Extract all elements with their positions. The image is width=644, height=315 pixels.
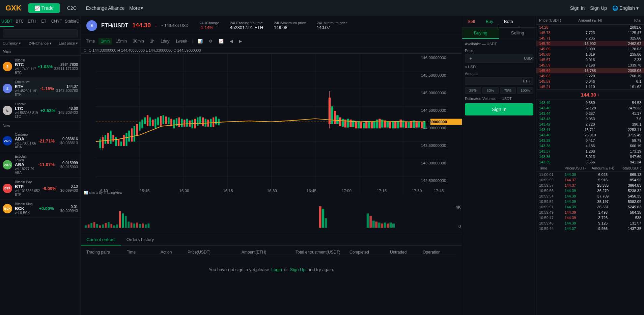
svg-rect-87 xyxy=(360,122,362,129)
coin-item-eth[interactable]: Ξ Ethereum ETH vol.452301.191 ETH -1.15%… xyxy=(0,78,81,100)
time-btn[interactable]: Time xyxy=(84,38,97,45)
pct-75[interactable]: 75% xyxy=(500,87,516,94)
interval-1min[interactable]: 1min xyxy=(99,38,112,45)
chart-prev-btn[interactable]: ◀ xyxy=(227,38,235,45)
col-currency[interactable]: Currency ▾ xyxy=(3,41,28,46)
sidebar-tab-usdt[interactable]: USDT xyxy=(0,16,14,27)
price-unit: USDT xyxy=(524,56,534,60)
svg-rect-104 xyxy=(405,121,407,128)
login-link[interactable]: Login xyxy=(271,267,282,272)
btp-change: -9.09% xyxy=(40,186,59,191)
btc-price: 3934.7800 $3911.171320 xyxy=(54,62,78,71)
selling-btn[interactable]: Selling xyxy=(499,28,536,39)
main-layout: USDT BTC ETH ET CNYT StableC Currency ▾ … xyxy=(0,16,644,315)
interval-1week[interactable]: 1week xyxy=(173,38,190,45)
buying-btn[interactable]: Buying xyxy=(462,28,499,39)
svg-rect-68 xyxy=(205,119,206,127)
search-input[interactable] xyxy=(3,29,78,37)
svg-rect-150 xyxy=(325,218,327,228)
svg-rect-43 xyxy=(139,122,140,131)
trade-history-rows: 11:00:01 144.30 6.023 869.12 10:59:59 14… xyxy=(536,172,644,315)
svg-text:16:15: 16:15 xyxy=(223,188,233,193)
coin-item-aba[interactable]: ABA EcoBall Token ABA vol.18277.29 ABA -… xyxy=(0,152,81,178)
svg-text:17:30: 17:30 xyxy=(412,188,422,193)
interval-1day[interactable]: 1day xyxy=(158,38,172,45)
col-change[interactable]: 24HChange ▾ xyxy=(28,41,53,46)
stat-volume: 24HTrading Volume 452301.191 ETH xyxy=(230,21,263,30)
chevron-down-icon: ▾ xyxy=(141,5,143,11)
trade-row: 10:59:57 144.37 25.385 3664.83 xyxy=(536,183,644,188)
amount-input-wrap: ETH xyxy=(465,77,533,85)
ob-bid-row: 143.42 2.720 390.1 xyxy=(536,122,644,127)
ob-ask-row: 14.28 2081.6 xyxy=(536,25,644,30)
interval-15min[interactable]: 15min xyxy=(113,38,129,45)
sell-tab[interactable]: Sell xyxy=(462,16,480,27)
bck-change: +0.00% xyxy=(36,206,57,211)
svg-rect-47 xyxy=(149,117,151,126)
col-price[interactable]: Last price ▾ xyxy=(53,41,78,46)
volume-svg: 4K 0 xyxy=(81,198,462,234)
chart-indicators-btn[interactable]: 📈 xyxy=(216,38,226,45)
nav-c2c[interactable]: C2C xyxy=(62,3,81,13)
svg-text:17:00: 17:00 xyxy=(342,188,352,193)
nav-more[interactable]: More ▾ xyxy=(129,5,143,11)
pct-50[interactable]: 50% xyxy=(482,87,499,94)
nav-exchange-alliance[interactable]: Exchange Alliance xyxy=(81,3,129,13)
sidebar-tab-btc[interactable]: BTC xyxy=(14,16,26,27)
sign-up-link[interactable]: Sign Up xyxy=(590,5,607,11)
svg-rect-128 xyxy=(93,222,95,228)
globe-icon: 🌐 xyxy=(612,5,618,11)
ob-bid-row: 143.48 52.128 7479.33 xyxy=(536,105,644,111)
coin-item-btc[interactable]: ₿ Bitcoin BTC vol.17400.117 BTC +1.03% 3… xyxy=(0,56,81,78)
sidebar-tab-eth[interactable]: ETH xyxy=(26,16,38,27)
price-input[interactable] xyxy=(473,56,524,61)
price-minus[interactable]: + xyxy=(468,56,473,61)
svg-rect-59 xyxy=(181,119,183,127)
coin-item-bck[interactable]: BCK Bitcoin King BCK vol.0 BCK +0.00% 0.… xyxy=(0,200,81,218)
chart-ohlc-indicator: □ xyxy=(84,48,86,52)
amount-input[interactable] xyxy=(468,79,523,83)
sign-in-button[interactable]: Sign In xyxy=(465,103,533,115)
chart-header: Ξ ETH/USDT 144.30 ↓ ≈ 143.434 USD 24HCha… xyxy=(81,16,462,35)
coin-item-ltc[interactable]: Ł Litecoin LTC vol.563068.819 LTC +2.52%… xyxy=(0,100,81,122)
buy-tab[interactable]: Buy xyxy=(480,16,499,27)
ob-ask-row-highlighted2: 145.64 13.788 2008.08 xyxy=(536,68,644,73)
ob-ask-row: 145.21 1.110 161.62 xyxy=(536,84,644,89)
svg-rect-96 xyxy=(384,121,386,128)
tab-current-entrust[interactable]: Current entrust xyxy=(81,234,121,245)
ob-ask-row: 145.69 8.090 1178.63 xyxy=(536,46,644,52)
chart-type-btn[interactable]: 📊 xyxy=(195,38,205,45)
sidebar-tab-et[interactable]: ET xyxy=(38,16,50,27)
svg-rect-38 xyxy=(125,133,127,146)
pct-25[interactable]: 25% xyxy=(465,87,481,94)
ob-ask-row: 145.63 5.220 760.19 xyxy=(536,73,644,79)
sell-buy-toggle: Sell Buy Both xyxy=(462,16,536,28)
btp-info: Bitcoin Pay BTP vol.1315662.052 BTP xyxy=(15,180,40,196)
coin-item-ada[interactable]: ADA Cardano ADA vol.170081.86 ADA -21.71… xyxy=(0,130,81,152)
svg-rect-122 xyxy=(81,202,462,230)
bottom-table-header: Trading pairs Time Action Price(USDT) Am… xyxy=(86,248,456,256)
sidebar-tab-stablec[interactable]: StableC xyxy=(63,16,81,27)
signup-link[interactable]: Sign Up xyxy=(290,267,305,272)
both-tab[interactable]: Both xyxy=(499,16,519,27)
sidebar-tab-cnyt[interactable]: CNYT xyxy=(50,16,64,27)
trade-icon: 📈 xyxy=(34,5,40,11)
svg-rect-152 xyxy=(369,216,372,228)
chart-next-btn[interactable]: ▶ xyxy=(236,38,244,45)
svg-rect-153 xyxy=(372,221,375,228)
tab-orders-history[interactable]: Orders history xyxy=(121,234,160,245)
language-selector[interactable]: 🌐 English ▾ xyxy=(612,5,639,11)
ob-mid-price: 144.30 ↓ xyxy=(536,89,644,100)
buying-selling-tabs: Buying Selling xyxy=(462,28,536,39)
svg-rect-45 xyxy=(144,117,146,124)
bottom-empty-msg: You have not sign in yet,please Login or… xyxy=(86,256,456,283)
coin-item-btp[interactable]: BTP Bitcoin Pay BTP vol.1315662.052 BTP … xyxy=(0,178,81,200)
nav-trade-button[interactable]: 📈 Trade xyxy=(28,3,60,13)
interval-1h[interactable]: 1h xyxy=(148,38,157,45)
chart-settings-btn[interactable]: ⚙ xyxy=(206,38,215,45)
svg-rect-92 xyxy=(373,121,375,128)
sign-in-link[interactable]: Sign In xyxy=(570,5,585,11)
est-row: Estimated Volume: — USDT xyxy=(465,97,533,101)
interval-30min[interactable]: 30min xyxy=(131,38,146,45)
pct-100[interactable]: 100% xyxy=(517,87,533,94)
